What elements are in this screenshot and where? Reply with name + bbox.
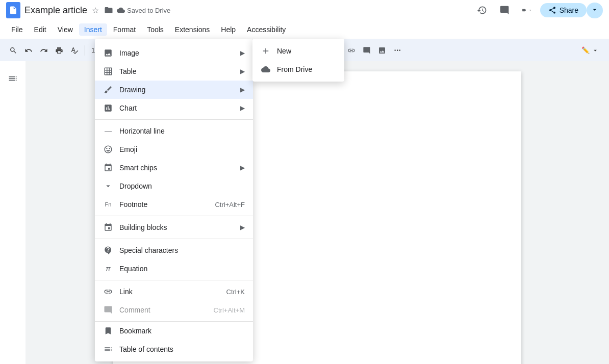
dropdown-icon [103,181,113,191]
link-menu-label: Link [119,288,220,296]
equation-label: Equation [119,265,245,273]
insert-drawing-item[interactable]: Drawing ▶ [95,81,253,99]
share-button[interactable]: Share [540,3,587,17]
chart-menu-icon [103,103,113,113]
menu-view[interactable]: View [53,23,78,36]
chart-menu-label: Chart [119,104,234,112]
link-shortcut: Ctrl+K [226,288,245,296]
doc-title[interactable]: Example article [24,5,87,16]
history-button[interactable] [473,1,491,19]
equation-icon: π [103,264,113,274]
comment-toolbar-btn[interactable] [360,43,374,58]
insert-footnote-item[interactable]: Fn Footnote Ctrl+Alt+F [95,195,253,214]
dropdown-label: Dropdown [119,182,245,190]
insert-smart-chips-item[interactable]: Smart chips ▶ [95,159,253,177]
insert-toc-item[interactable]: Table of contents [95,340,253,358]
footnote-label: Footnote [119,200,209,209]
separator-1 [85,45,85,56]
image-menu-icon [103,48,113,58]
insert-bookmark-item[interactable]: Bookmark [95,322,253,340]
smart-chips-label: Smart chips [119,164,234,172]
drawing-arrow-icon: ▶ [240,86,245,93]
drawing-menu-icon [103,85,113,95]
header-right: Share [473,1,603,19]
drawing-new-item[interactable]: New [252,42,344,60]
share-label: Share [560,6,578,14]
insert-image-item[interactable]: Image ▶ [95,44,253,62]
save-status: Saved to Drive [127,7,170,14]
from-drive-label: From Drive [277,65,312,73]
title-bar: Example article ☆ Saved to Drive Share [0,0,609,20]
title-icons: ☆ [90,5,114,15]
title-section: Example article ☆ Saved to Drive [24,5,244,16]
insert-menu-section-6: Bookmark Table of contents [95,322,253,358]
insert-dropdown-item[interactable]: Dropdown [95,177,253,195]
link-btn[interactable] [344,43,359,58]
folder-icon[interactable] [104,5,114,15]
menu-insert[interactable]: Insert [79,23,107,36]
bookmark-menu-icon [103,326,113,336]
insert-special-chars-item[interactable]: Special characters [95,241,253,259]
emoji-icon [103,144,113,154]
comment-button[interactable] [495,1,514,19]
menu-tools[interactable]: Tools [142,23,169,36]
insert-menu-section-3: Building blocks ▶ [95,216,253,239]
drawing-menu-label: Drawing [119,86,234,94]
menu-accessibility[interactable]: Accessibility [242,23,291,36]
image-menu-label: Image [119,49,234,57]
doc-icon [6,2,20,18]
table-menu-label: Table [119,67,234,75]
comment-shortcut: Ctrl+Alt+M [214,306,245,314]
toc-menu-icon [103,344,113,354]
chart-arrow-icon: ▶ [240,105,245,112]
meet-button[interactable] [518,1,536,19]
comment-menu-icon [103,305,113,315]
horizontal-line-label: Horizontal line [119,127,245,135]
more-toolbar-btn[interactable]: ⋯ [390,43,404,58]
drawing-from-drive-item[interactable]: From Drive [252,60,344,79]
sidebar-outline-icon[interactable] [4,69,22,88]
toc-menu-label: Table of contents [119,345,245,353]
redo-btn[interactable] [37,43,51,58]
menu-bar: File Edit View Insert Format Tools Exten… [0,20,609,39]
insert-table-item[interactable]: Table ▶ [95,62,253,81]
insert-menu-section-5: Link Ctrl+K Comment Ctrl+Alt+M [95,280,253,322]
smart-chips-arrow-icon: ▶ [240,164,245,171]
image-toolbar-btn[interactable] [375,43,389,58]
menu-help[interactable]: Help [216,23,241,36]
building-blocks-arrow-icon: ▶ [240,224,245,231]
menu-extensions[interactable]: Extensions [170,23,215,36]
star-icon[interactable]: ☆ [90,5,100,15]
menu-file[interactable]: File [6,23,28,36]
menu-format[interactable]: Format [108,23,141,36]
menu-edit[interactable]: Edit [29,23,52,36]
comment-menu-label: Comment [119,306,208,314]
smart-chips-icon [103,163,113,173]
share-arrow-button[interactable] [587,3,603,18]
spellcheck-btn[interactable] [67,43,82,58]
link-menu-icon [103,287,113,297]
insert-emoji-item[interactable]: Emoji [95,140,253,159]
insert-equation-item[interactable]: π Equation [95,259,253,278]
insert-building-blocks-item[interactable]: Building blocks ▶ [95,218,253,237]
print-btn[interactable] [52,43,66,58]
edit-mode-btn[interactable]: ✏️ [577,43,603,58]
undo-btn[interactable] [21,43,36,58]
insert-menu-section-4: Special characters π Equation [95,239,253,280]
building-blocks-label: Building blocks [119,223,234,231]
insert-comment-item[interactable]: Comment Ctrl+Alt+M [95,301,253,319]
table-arrow-icon: ▶ [240,68,245,75]
footnote-shortcut: Ctrl+Alt+F [215,201,245,209]
table-menu-icon [103,66,113,76]
building-blocks-icon [103,222,113,232]
insert-chart-item[interactable]: Chart ▶ [95,99,253,117]
bookmark-menu-label: Bookmark [119,327,245,335]
footnote-icon: Fn [103,199,113,210]
search-toolbar-btn[interactable] [6,43,20,58]
new-drawing-icon [261,46,271,56]
new-drawing-label: New [277,47,291,55]
insert-horizontal-line-item[interactable]: — Horizontal line [95,122,253,140]
image-arrow-icon: ▶ [240,49,245,57]
horizontal-line-icon: — [103,126,113,136]
insert-link-item[interactable]: Link Ctrl+K [95,282,253,301]
